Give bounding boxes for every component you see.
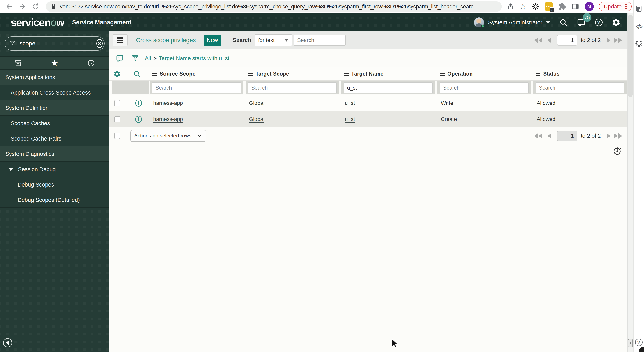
refresh-icon[interactable] [32,3,39,10]
lightbulb-idea-icon[interactable] [634,40,643,48]
sidebar-item-system-diagnostics[interactable]: System Diagnostics [0,146,109,162]
help-icon[interactable]: ? [595,18,602,26]
column-header-source-scope[interactable]: Source Scope [152,67,196,80]
record-info-icon[interactable]: i [135,116,142,123]
response-time-stopwatch-icon[interactable] [612,146,622,155]
cell-target-name[interactable]: u_st [345,95,355,111]
cell-target-name[interactable]: u_st [345,112,355,127]
filter-operation-input[interactable] [440,82,528,93]
history-tab-clock-icon[interactable] [73,59,109,67]
next-page-icon[interactable] [606,38,610,43]
extensions-puzzle-icon[interactable] [558,3,566,10]
sidebar-item-session-debug[interactable]: Session Debug [0,162,109,177]
clear-filter-icon[interactable] [96,39,102,48]
user-menu-caret-icon[interactable] [546,21,550,24]
global-search-icon[interactable] [559,18,568,27]
code-icon[interactable]: </> [636,24,642,30]
scrollbar-thumb[interactable] [628,14,633,97]
mouse-cursor [392,338,399,349]
browser-profile-avatar[interactable]: N [584,2,594,11]
breadcrumb-condition-link[interactable]: Target Name starts with u_st [159,55,229,62]
navigator-search-box[interactable] [4,36,105,50]
list-comments-icon[interactable] [116,54,124,62]
page-number-input[interactable] [557,130,577,141]
list-personalize-gear-icon[interactable] [114,70,121,78]
previous-page-icon[interactable] [548,133,551,138]
row-checkbox[interactable] [114,116,120,122]
new-record-button[interactable]: New [204,35,221,46]
page-number-input[interactable] [557,35,577,46]
cell-source-scope[interactable]: harness-app [153,112,183,127]
sidebar-item-system-definition[interactable]: System Definition [0,100,109,116]
scrollbar-handle[interactable] [628,339,633,348]
settings-gear-icon[interactable] [612,18,620,27]
cell-target-scope[interactable]: Global [249,95,264,111]
actions-select[interactable]: Actions on selected rows... [130,130,206,142]
back-icon[interactable] [6,3,13,10]
spinner-extension-icon[interactable] [532,2,540,10]
cell-target-scope[interactable]: Global [249,112,264,127]
forward-icon[interactable] [19,3,26,10]
help-circle-icon[interactable]: ? [635,338,643,346]
expanded-caret-icon[interactable] [8,168,14,171]
previous-page-icon[interactable] [548,38,551,43]
chevron-down-icon [197,133,202,139]
record-info-icon[interactable]: i [135,100,142,106]
yellow-extension-icon[interactable]: ... 3 [545,2,553,11]
last-page-icon[interactable] [614,38,622,43]
all-applications-tab[interactable] [0,59,36,67]
breadcrumb-all-link[interactable]: All [145,55,151,62]
reading-list-icon[interactable] [635,5,642,12]
url-text: ven03172.service-now.com/nav_to.do?uri=%… [60,4,478,10]
first-page-icon[interactable] [534,38,542,43]
sidebar-item-system-applications[interactable]: System Applications [0,70,109,85]
sidebar-item-debug-scopes[interactable]: Debug Scopes [0,177,109,192]
column-header-target-scope[interactable]: Target Scope [248,67,289,80]
main-scrollbar[interactable] [627,14,633,352]
bookmark-star-icon[interactable]: ☆ [520,3,526,10]
navigator-filter-input[interactable] [19,40,96,47]
filter-target-scope-input[interactable] [248,82,337,93]
cell-source-scope[interactable]: harness-app [153,95,183,111]
list-context-menu-button[interactable] [113,34,128,46]
column-search-toggle-icon[interactable] [133,70,141,78]
column-header-target-name[interactable]: Target Name [344,67,384,80]
column-header-operation[interactable]: Operation [440,67,473,80]
sidebar-item-scoped-caches[interactable]: Scoped Caches [0,116,109,131]
share-icon[interactable] [507,3,514,10]
update-button[interactable]: Update [599,2,632,11]
sidebar-item-application-cross-scope-access[interactable]: Application Cross-Scope Access [0,85,109,100]
column-menu-icon[interactable] [536,73,540,74]
filter-status-input[interactable] [536,82,624,93]
user-menu-label[interactable]: System Administrator [488,19,542,26]
search-type-select[interactable]: for text [255,34,292,46]
list-search-input[interactable] [294,35,346,46]
conversations-icon[interactable]: 75 [577,18,586,27]
column-menu-icon[interactable] [152,73,157,74]
logo-text-pre: servicen [11,16,50,28]
next-page-icon[interactable] [606,133,610,138]
user-avatar[interactable] [474,18,484,28]
sidebar-item-scoped-cache-pairs[interactable]: Scoped Cache Pairs [0,131,109,146]
column-menu-icon[interactable] [248,73,253,74]
column-header-status[interactable]: Status [536,67,560,80]
avatar-face [476,18,482,24]
sidebar-item-debug-scopes-detailed[interactable]: Debug Scopes (Detailed) [0,192,109,208]
last-page-icon[interactable] [614,133,622,138]
filter-target-name-input[interactable] [344,82,432,93]
column-menu-icon[interactable] [440,73,445,74]
address-bar[interactable]: ven03172.service-now.com/nav_to.do?uri=%… [46,1,502,12]
filter-source-scope-input[interactable] [152,82,241,93]
row-checkbox[interactable] [114,100,120,106]
breadcrumb-filter-icon[interactable] [132,54,139,62]
column-label: Operation [447,71,473,77]
first-page-icon[interactable] [534,133,542,138]
side-panel-icon[interactable] [572,3,579,10]
extension-dots: ... [546,2,551,8]
list-title-link[interactable]: Cross scope privileges [136,37,196,44]
column-menu-icon[interactable] [344,73,349,74]
sidebar-item-label: System Applications [5,74,55,80]
collapse-navigator-button[interactable] [3,338,12,348]
select-all-checkbox[interactable] [114,133,120,139]
favorites-tab-star-icon[interactable]: ★ [36,59,73,67]
